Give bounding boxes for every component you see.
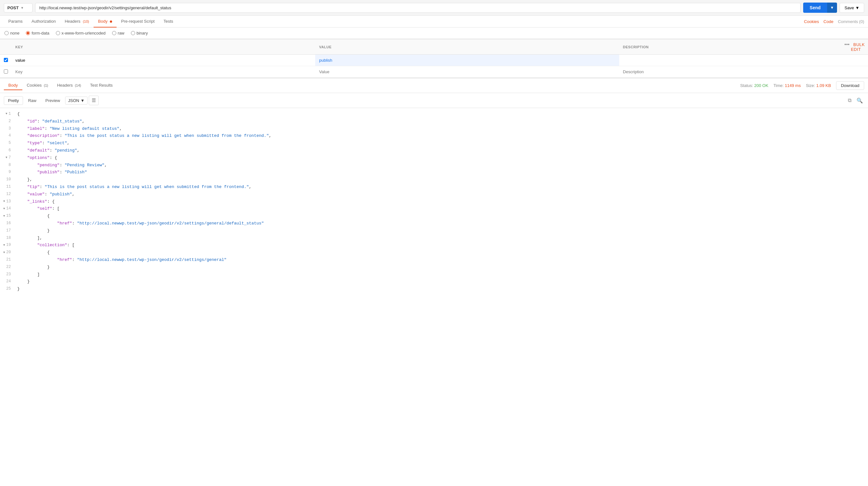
empty-value-cell[interactable]	[315, 66, 619, 78]
code-line: 21 "href": "http://local.newwp.test/wp-j…	[0, 256, 868, 264]
json-plain	[17, 192, 27, 197]
radio-none[interactable]: none	[4, 31, 20, 35]
line-content: ]	[16, 271, 40, 278]
empty-desc-input[interactable]	[619, 66, 836, 77]
json-key: "publish"	[37, 170, 59, 175]
code-line: 12 "value": "publish",	[0, 191, 868, 198]
row-key-cell[interactable]	[11, 55, 315, 66]
view-right-actions: ⧉ 🔍	[847, 96, 864, 105]
line-content: "options": {	[16, 155, 57, 162]
json-plain	[17, 141, 27, 145]
copy-button[interactable]: ⧉	[847, 96, 853, 105]
collapse-arrow-icon[interactable]: ▼	[3, 199, 5, 204]
row-checkbox[interactable]	[4, 58, 8, 62]
view-tab-raw[interactable]: Raw	[24, 96, 40, 105]
json-plain: ,	[119, 126, 122, 131]
empty-checkbox[interactable]	[4, 69, 8, 74]
tab-pre-request[interactable]: Pre-request Script	[117, 16, 159, 28]
json-key: "id"	[27, 119, 37, 124]
empty-key-cell[interactable]	[11, 66, 315, 78]
json-plain: :	[60, 170, 65, 175]
empty-checkbox-cell[interactable]	[0, 66, 11, 78]
line-number: 24	[0, 279, 16, 285]
collapse-arrow-icon[interactable]: ▼	[5, 112, 7, 116]
line-content: }	[16, 228, 50, 234]
resp-tab-cookies[interactable]: Cookies (1)	[22, 81, 53, 90]
line-number: 11	[0, 184, 16, 190]
download-button[interactable]: Download	[836, 81, 864, 90]
method-label: POST	[7, 5, 19, 10]
view-tab-pretty[interactable]: Pretty	[4, 96, 23, 105]
bulk-edit-button[interactable]: Bulk Edit	[851, 42, 865, 52]
line-number: 17	[0, 228, 16, 234]
json-plain	[17, 243, 37, 248]
send-button[interactable]: Send	[803, 3, 827, 13]
json-plain	[17, 206, 37, 211]
radio-binary[interactable]: binary	[131, 31, 148, 35]
comments-link[interactable]: Comments (0)	[838, 19, 864, 24]
json-plain	[17, 126, 27, 131]
json-link: "http://local.newwp.test/wp-json/geodir/…	[77, 257, 226, 262]
resp-tab-headers[interactable]: Headers (14)	[53, 81, 86, 90]
json-plain	[17, 177, 27, 182]
line-number: ▼1	[0, 111, 16, 117]
tab-headers[interactable]: Headers (10)	[60, 16, 94, 28]
col-header-value: VALUE	[315, 39, 619, 55]
line-content: "id": "default_status",	[16, 118, 85, 125]
line-number: ▼14	[0, 206, 16, 212]
radio-form-data[interactable]: form-data	[26, 31, 50, 35]
more-options-button[interactable]: •••	[842, 42, 852, 47]
method-dropdown[interactable]: POST ▼	[4, 3, 33, 12]
save-button[interactable]: Save ▼	[840, 3, 864, 13]
line-content: "pending": "Pending Review",	[16, 162, 107, 169]
json-plain: ,	[82, 119, 85, 124]
key-input[interactable]	[11, 55, 315, 66]
empty-desc-cell[interactable]	[619, 66, 836, 78]
time-label: Time: 1149 ms	[773, 83, 801, 88]
code-line: ▼1{	[0, 111, 868, 118]
cookies-link[interactable]: Cookies	[804, 19, 819, 24]
code-line: ▼15 {	[0, 212, 868, 220]
empty-value-input[interactable]	[315, 66, 619, 77]
radio-raw[interactable]: raw	[112, 31, 125, 35]
resp-tab-test-results[interactable]: Test Results	[86, 81, 117, 90]
search-button[interactable]: 🔍	[855, 96, 864, 105]
filter-button[interactable]: ☰	[89, 95, 99, 105]
status-label: Status: 200 OK	[740, 83, 768, 88]
json-string: "Pending Review"	[64, 163, 104, 168]
json-plain	[17, 257, 57, 262]
json-plain: ,	[67, 141, 70, 145]
code-link[interactable]: Code	[824, 19, 834, 24]
row-checkbox-cell[interactable]	[0, 55, 11, 66]
format-selector[interactable]: JSON ▼	[65, 96, 88, 105]
collapse-arrow-icon[interactable]: ▼	[5, 155, 7, 160]
value-input[interactable]	[315, 55, 619, 66]
row-desc-cell[interactable]	[619, 55, 836, 66]
collapse-arrow-icon[interactable]: ▼	[3, 243, 5, 248]
json-plain	[17, 221, 57, 226]
json-plain	[17, 148, 27, 153]
tab-body[interactable]: Body	[94, 16, 117, 28]
resp-tab-body[interactable]: Body	[4, 81, 22, 90]
tab-authorization[interactable]: Authorization	[27, 16, 60, 28]
code-line: 10 },	[0, 176, 868, 183]
view-tab-preview[interactable]: Preview	[41, 96, 64, 105]
json-string: "publish"	[50, 192, 72, 197]
empty-key-input[interactable]	[11, 66, 315, 77]
json-brace: }	[47, 265, 50, 269]
json-string: "pending"	[55, 148, 77, 153]
url-input[interactable]	[35, 3, 801, 13]
collapse-arrow-icon[interactable]: ▼	[3, 250, 5, 255]
tab-params[interactable]: Params	[4, 16, 27, 28]
send-dropdown-arrow[interactable]: ▼	[827, 3, 837, 13]
collapse-arrow-icon[interactable]: ▼	[3, 206, 5, 211]
line-number: ▼7	[0, 155, 16, 161]
tab-tests[interactable]: Tests	[159, 16, 178, 28]
collapse-arrow-icon[interactable]: ▼	[3, 214, 5, 219]
row-value-cell[interactable]	[315, 55, 619, 66]
time-value: 1149 ms	[785, 83, 801, 88]
line-number: 4	[0, 133, 16, 139]
desc-input[interactable]	[619, 55, 836, 66]
radio-urlencoded[interactable]: x-www-form-urlencoded	[56, 31, 106, 35]
json-string: "This is the post status a new listing w…	[64, 133, 269, 138]
